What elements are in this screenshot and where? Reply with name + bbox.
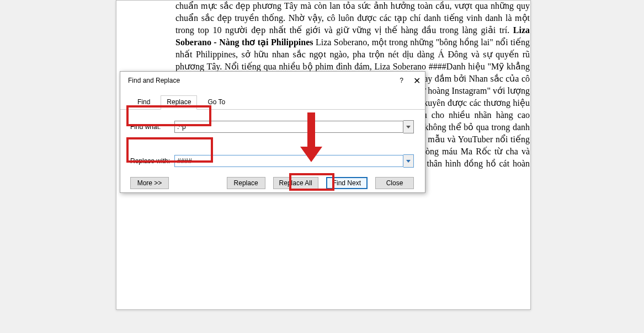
more-button[interactable]: More >> (130, 177, 169, 189)
find-what-input[interactable] (174, 121, 403, 133)
chevron-down-icon (406, 160, 411, 163)
chevron-down-icon (406, 126, 411, 128)
replace-button[interactable]: Replace (227, 177, 265, 189)
close-icon[interactable]: ✕ (413, 76, 421, 86)
help-button[interactable]: ? (400, 77, 403, 84)
find-dropdown[interactable] (403, 120, 414, 133)
replace-all-button[interactable]: Replace All (273, 177, 318, 189)
dialog-title: Find and Replace (128, 77, 180, 84)
dialog-tabs: Find Replace Go To (120, 87, 425, 110)
replace-dropdown[interactable] (403, 154, 414, 168)
dialog-button-row: More >> Replace Replace All Find Next Cl… (120, 170, 425, 195)
replace-with-label: Replace with: (130, 157, 174, 165)
replace-with-input[interactable] (174, 155, 403, 167)
dialog-titlebar: Find and Replace ? ✕ (120, 72, 425, 87)
close-button[interactable]: Close (375, 177, 414, 189)
find-replace-dialog: Find and Replace ? ✕ Find Replace Go To … (120, 71, 425, 193)
find-next-button[interactable]: Find Next (326, 177, 368, 189)
tab-replace[interactable]: Replace (161, 95, 197, 110)
tab-find[interactable]: Find (131, 95, 156, 110)
replace-with-row: Replace with: (120, 153, 425, 169)
find-what-label: Find what: (130, 123, 174, 131)
find-what-row: Find what: (120, 119, 425, 135)
tab-goto[interactable]: Go To (201, 95, 231, 110)
